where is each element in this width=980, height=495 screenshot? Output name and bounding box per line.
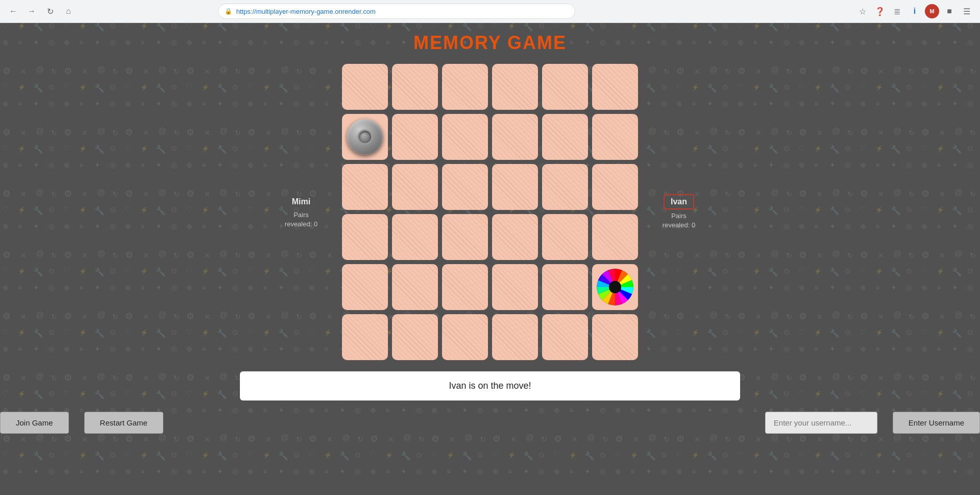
memory-card[interactable] — [442, 114, 488, 160]
memory-card[interactable] — [492, 164, 538, 210]
memory-card[interactable] — [542, 214, 588, 260]
board-container: Mimi Pairsrevealed: 0 Ivan Pairsrevealed… — [0, 59, 980, 365]
right-player-panel: Ivan Pairsrevealed: 0 — [643, 194, 715, 230]
memory-card[interactable] — [492, 114, 538, 160]
right-player-score: Pairsrevealed: 0 — [663, 211, 695, 230]
memory-card[interactable] — [342, 214, 388, 260]
memory-card[interactable] — [542, 64, 588, 110]
bottom-bar: Join Game Restart Game Enter Username — [0, 412, 980, 434]
memory-card[interactable] — [342, 314, 388, 360]
left-player-name: Mimi — [286, 195, 316, 208]
url-text: https://multiplayer-memory-game.onrender… — [236, 8, 569, 15]
memory-card[interactable] — [592, 164, 638, 210]
memory-card[interactable] — [342, 164, 388, 210]
memory-card[interactable] — [442, 64, 488, 110]
reader-icon[interactable]: ≣ — [890, 4, 904, 18]
svg-point-14 — [609, 281, 621, 293]
memory-card[interactable] — [592, 314, 638, 360]
reload-button[interactable]: ↻ — [43, 4, 57, 18]
lock-icon — [347, 119, 383, 155]
right-player-name: Ivan — [664, 194, 694, 209]
memory-card[interactable] — [392, 214, 438, 260]
username-input[interactable] — [765, 412, 877, 434]
bookmark-icon[interactable]: ☆ — [855, 4, 870, 18]
memory-card[interactable] — [542, 164, 588, 210]
memory-card[interactable] — [442, 264, 488, 310]
memory-card[interactable] — [342, 114, 388, 160]
memory-card[interactable] — [342, 264, 388, 310]
game-title: MEMORY GAME — [413, 32, 567, 54]
left-player-score: Pairsrevealed: 0 — [285, 210, 317, 229]
memory-card[interactable] — [392, 164, 438, 210]
browser-actions: ☆ ❓ ≣ i M ■ ☰ — [855, 4, 974, 18]
memory-card[interactable] — [442, 314, 488, 360]
restart-game-button[interactable]: Restart Game — [84, 412, 163, 434]
memory-card[interactable] — [392, 114, 438, 160]
memory-card[interactable] — [442, 164, 488, 210]
memory-grid — [337, 59, 643, 365]
color-wheel-icon — [597, 269, 633, 305]
home-button[interactable]: ⌂ — [61, 4, 76, 18]
memory-card[interactable] — [592, 264, 638, 310]
memory-card[interactable] — [392, 264, 438, 310]
memory-card[interactable] — [492, 64, 538, 110]
memory-card[interactable] — [342, 64, 388, 110]
memory-card[interactable] — [442, 214, 488, 260]
memory-card[interactable] — [392, 64, 438, 110]
memory-card[interactable] — [492, 214, 538, 260]
memory-card[interactable] — [542, 314, 588, 360]
left-player-panel: Mimi Pairsrevealed: 0 — [265, 195, 337, 229]
back-button[interactable]: ← — [6, 4, 20, 18]
memory-card[interactable] — [492, 314, 538, 360]
extensions-icon[interactable]: ■ — [942, 4, 957, 18]
pocket-icon[interactable]: ❓ — [873, 4, 887, 18]
enter-username-button[interactable]: Enter Username — [893, 412, 980, 434]
memory-card[interactable] — [542, 114, 588, 160]
memory-card[interactable] — [542, 264, 588, 310]
memory-card[interactable] — [592, 64, 638, 110]
memory-card[interactable] — [392, 314, 438, 360]
info-icon[interactable]: i — [908, 4, 922, 18]
memory-card[interactable] — [592, 114, 638, 160]
join-game-button[interactable]: Join Game — [0, 412, 69, 434]
game-area: MEMORY GAME Mimi Pairsrevealed: 0 Ivan P… — [0, 23, 980, 495]
menu-icon[interactable]: ☰ — [960, 4, 974, 18]
status-text: Ivan is on the move! — [449, 381, 531, 391]
memory-card[interactable] — [592, 214, 638, 260]
memory-card[interactable] — [492, 264, 538, 310]
status-bar: Ivan is on the move! — [240, 371, 740, 400]
forward-button[interactable]: → — [24, 4, 39, 18]
address-bar[interactable]: 🔒 https://multiplayer-memory-game.onrend… — [218, 4, 575, 19]
security-icon: 🔒 — [225, 8, 232, 15]
avatar-icon[interactable]: M — [925, 4, 939, 18]
browser-chrome: ← → ↻ ⌂ 🔒 https://multiplayer-memory-gam… — [0, 0, 980, 23]
